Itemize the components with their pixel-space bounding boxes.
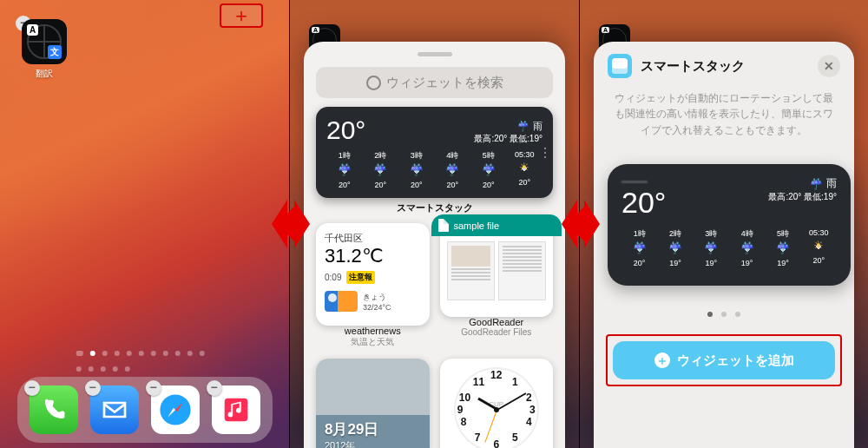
wn-time: 0:09 — [325, 273, 341, 282]
widget-photos[interactable]: 8月29日 2012年 — [316, 359, 430, 448]
search-placeholder: ウィジェットを検索 — [386, 75, 503, 91]
hourly-row: 1時20° 2時20° 3時20° 4時20° 5時20° 05:3020° — [326, 150, 542, 189]
svg-marker-7 — [562, 200, 584, 248]
clock-face: CUP 12 1 2 3 4 5 6 7 8 9 10 11 — [454, 367, 539, 448]
smartstack-preview[interactable]: • • • 20° ☔雨 最高:20° 最低:19° 1時20° 2時20° 3… — [316, 107, 553, 198]
smartstack-icon — [608, 54, 632, 78]
widget-name: weathernews — [316, 326, 430, 336]
add-widget-plus[interactable]: ＋ — [220, 3, 263, 28]
dock-music[interactable]: − — [212, 385, 260, 434]
wn-today-range: 32/24°C — [363, 303, 391, 312]
hi-lo: 最高:20° 最低:19° — [474, 133, 542, 145]
warning-badge: 注意報 — [346, 271, 375, 284]
remove-badge[interactable]: − — [207, 380, 222, 396]
photo-date: 8月29日 — [325, 419, 378, 439]
size-page-dots[interactable] — [608, 305, 840, 320]
widget-gallery-sheet: ウィジェットを検索 • • • 20° ☔雨 最高:20° 最低:19° 1時2… — [304, 42, 565, 448]
smartstack-detail: A スマートスタック ✕ ウィジェットが自動的にローテーションして最も関連性の高… — [579, 0, 868, 448]
dock: − − − − — [17, 377, 273, 443]
add-widget-label: ウィジェットを追加 — [677, 352, 794, 369]
add-widget-highlight: ＋ ウィジェットを追加 — [606, 334, 842, 386]
dock-phone[interactable]: − — [30, 385, 78, 434]
close-button[interactable]: ✕ — [818, 55, 840, 77]
flow-arrow-icon — [562, 189, 600, 259]
sheet-grabber[interactable] — [418, 52, 452, 56]
smartstack-label: スマートスタック — [316, 201, 553, 214]
wn-temp: 31.2℃ — [325, 245, 421, 267]
dock-safari[interactable]: − — [151, 385, 200, 434]
app-icon-translate[interactable]: − A 文 翻訳 — [19, 19, 69, 80]
svg-rect-4 — [224, 399, 247, 422]
remove-badge[interactable]: − — [146, 380, 161, 396]
detail-description: ウィジェットが自動的にローテーションして最も関連性の高い情報を表示したり、簡単に… — [608, 90, 840, 138]
widget-weathernews[interactable]: 千代田区 31.2℃ 0:09 注意報 きょう 32/24°C — [316, 223, 430, 326]
widget-sub: 気温と天気 — [316, 336, 430, 348]
wn-location: 千代田区 — [325, 232, 421, 245]
dock-mail[interactable]: − — [90, 385, 139, 434]
pv-hours: 1時20° 2時19° 3時19° 4時19° 5時19° 05:3020° — [621, 228, 837, 267]
photo-year: 2012年 — [325, 439, 378, 448]
flow-arrow-icon — [272, 189, 310, 259]
remove-badge[interactable]: − — [24, 380, 40, 396]
temp: 20° — [326, 115, 365, 145]
svg-marker-8 — [584, 200, 600, 248]
detail-title: スマートスタック — [641, 58, 809, 75]
smartstack-detail-sheet: スマートスタック ✕ ウィジェットが自動的にローテーションして最も関連性の高い情… — [594, 42, 854, 448]
preview-widget[interactable]: ——— 20° ☔雨 最高:20° 最低:19° 1時20° 2時19° 3時1… — [608, 164, 851, 286]
search-widgets[interactable]: ウィジェットを検索 — [316, 67, 553, 98]
gr-file: sample file — [454, 221, 500, 231]
home-screen-edit: − A 文 翻訳 ＋ − − − − — [0, 0, 289, 448]
widget-name: GoodReader — [440, 317, 554, 327]
remove-badge[interactable]: − — [85, 380, 101, 396]
widget-gallery: A ウィジェットを検索 • • • 20° ☔雨 最高:20° 最低:19° 1… — [289, 0, 579, 448]
umbrella-icon: ☔ — [810, 178, 823, 190]
svg-marker-6 — [294, 200, 310, 248]
weather-icon — [325, 291, 358, 312]
app-label: 翻訳 — [19, 68, 69, 80]
file-icon — [438, 219, 449, 232]
widget-sub: GoodReader Files — [440, 327, 554, 337]
widget-clock[interactable]: CUP 12 1 2 3 4 5 6 7 8 9 10 11 — [440, 359, 554, 448]
svg-marker-5 — [272, 200, 294, 248]
umbrella-icon: ☔ — [517, 121, 529, 132]
translate-a-badge: A — [27, 24, 38, 36]
translate-ja-badge: 文 — [48, 45, 62, 59]
pv-hilo: 最高:20° 最低:19° — [768, 191, 837, 203]
page-indicator[interactable] — [72, 344, 217, 375]
plus-icon: ＋ — [654, 352, 670, 368]
widget-goodreader[interactable]: sample file — [440, 214, 554, 317]
add-widget-button[interactable]: ＋ ウィジェットを追加 — [613, 341, 835, 379]
wn-today-label: きょう — [363, 292, 391, 303]
